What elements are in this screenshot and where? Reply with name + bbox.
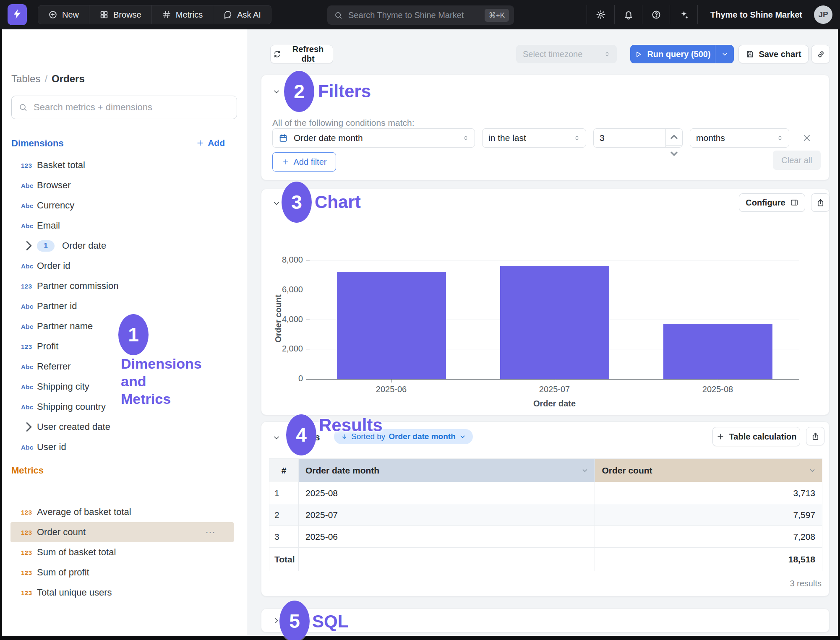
results-count: 3 results bbox=[790, 579, 822, 588]
field-item-user-created-date[interactable]: User created date bbox=[2, 417, 247, 437]
export-chart-button[interactable] bbox=[811, 193, 830, 212]
stepper-down-button[interactable] bbox=[666, 146, 682, 162]
sort-pill[interactable]: Sorted by Order date month bbox=[334, 429, 473, 444]
project-switcher[interactable]: Thyme to Shine Market bbox=[697, 5, 815, 24]
breadcrumb-tables-link[interactable]: Tables bbox=[11, 73, 40, 84]
app-window: New Browse Metrics Ask AI Search Thyme t… bbox=[0, 0, 840, 640]
settings-button[interactable] bbox=[587, 5, 614, 24]
row-dimension-value: 2025-06 bbox=[298, 526, 595, 548]
field-item-sum-of-profit[interactable]: 123Sum of profit bbox=[2, 562, 247, 583]
navbar-item-ask-ai[interactable]: Ask AI bbox=[213, 5, 271, 24]
field-item-user-id[interactable]: AbcUser id bbox=[2, 437, 247, 457]
navbar-item-browse[interactable]: Browse bbox=[89, 5, 152, 24]
filter-operator-select[interactable]: in the last bbox=[482, 128, 586, 148]
field-item-sum-of-basket-total[interactable]: 123Sum of basket total bbox=[2, 542, 247, 562]
bell-icon bbox=[623, 10, 634, 20]
expand-sql-chevron[interactable] bbox=[272, 617, 281, 625]
number-type-icon: 123 bbox=[21, 549, 37, 556]
field-item-order-id[interactable]: AbcOrder id bbox=[2, 256, 247, 276]
field-item-shipping-city[interactable]: AbcShipping city bbox=[2, 377, 247, 397]
field-item-referrer[interactable]: AbcReferrer bbox=[2, 356, 247, 377]
user-avatar[interactable]: JP bbox=[814, 5, 832, 24]
field-item-average-of-basket-total[interactable]: 123Average of basket total bbox=[2, 502, 247, 522]
sparkles-icon bbox=[679, 10, 689, 20]
app-logo[interactable] bbox=[8, 4, 27, 25]
row-index: 2 bbox=[269, 504, 299, 526]
number-type-icon: 123 bbox=[21, 162, 37, 169]
field-item-partner-name[interactable]: AbcPartner name bbox=[2, 316, 247, 336]
save-chart-button[interactable]: Save chart bbox=[738, 45, 809, 63]
navbar-item-new[interactable]: New bbox=[38, 5, 89, 24]
select-chevrons-icon bbox=[462, 134, 470, 142]
metric-column-header[interactable]: Order count bbox=[595, 459, 822, 482]
help-icon bbox=[651, 10, 661, 20]
field-item-basket-total[interactable]: 123Basket total bbox=[2, 155, 247, 175]
run-query-button[interactable]: Run query (500) bbox=[630, 45, 734, 63]
number-type-icon: 123 bbox=[21, 283, 37, 290]
field-item-order-date[interactable]: 1Order date bbox=[2, 236, 247, 256]
add-filter-button[interactable]: Add filter bbox=[272, 152, 336, 172]
share-link-button[interactable] bbox=[811, 45, 830, 63]
timezone-select[interactable]: Select timezone bbox=[516, 45, 617, 63]
row-metric-value: 7,597 bbox=[595, 504, 822, 526]
run-query-dropdown[interactable] bbox=[715, 45, 734, 63]
field-item-partner-id[interactable]: AbcPartner id bbox=[2, 296, 247, 316]
ai-assistant-button[interactable] bbox=[670, 5, 697, 24]
navbar-right-group: Thyme to Shine Market bbox=[587, 5, 815, 24]
configure-chart-button[interactable]: Configure bbox=[739, 193, 805, 212]
table-calculation-button[interactable]: Table calculation bbox=[712, 427, 800, 446]
metrics-section-title: Metrics bbox=[11, 465, 44, 476]
filter-value-input[interactable]: 3 bbox=[593, 128, 683, 148]
plusCircle-icon bbox=[48, 10, 57, 19]
field-item-total-unique-users[interactable]: 123Total unique users bbox=[2, 583, 247, 603]
field-item-order-count[interactable]: 123Order count ⋯ bbox=[10, 522, 234, 542]
field-item-browser[interactable]: AbcBrowser bbox=[2, 175, 247, 195]
collapse-chart-chevron[interactable] bbox=[272, 199, 281, 208]
collapse-results-chevron[interactable] bbox=[272, 434, 281, 442]
number-type-icon: 123 bbox=[21, 343, 37, 350]
field-item-currency[interactable]: AbcCurrency bbox=[2, 195, 247, 216]
search-placeholder: Search Thyme to Shine Market bbox=[348, 10, 485, 20]
active-filter-count-badge: 1 bbox=[37, 240, 55, 252]
save-icon bbox=[746, 50, 754, 58]
string-type-icon: Abc bbox=[21, 303, 37, 310]
table-row[interactable]: 2 2025-07 7,597 bbox=[269, 504, 822, 526]
global-search-input[interactable]: Search Thyme to Shine Market ⌘+K bbox=[327, 5, 514, 25]
dimension-column-header[interactable]: Order date month bbox=[298, 459, 595, 482]
filters-panel: Filters All of the following conditions … bbox=[261, 75, 830, 180]
plus-icon bbox=[716, 432, 725, 441]
chevron-down-icon bbox=[459, 433, 466, 440]
field-item-profit[interactable]: 123Profit bbox=[2, 336, 247, 356]
top-navbar: New Browse Metrics Ask AI Search Thyme t… bbox=[0, 0, 840, 29]
grid-icon bbox=[99, 10, 109, 19]
table-row[interactable]: 1 2025-08 3,713 bbox=[269, 482, 822, 504]
field-item-shipping-country[interactable]: AbcShipping country bbox=[2, 397, 247, 417]
table-row[interactable]: 3 2025-06 7,208 bbox=[269, 526, 822, 548]
chevron-right-icon[interactable] bbox=[21, 419, 37, 435]
help-button[interactable] bbox=[642, 5, 670, 24]
chevron-right-icon[interactable] bbox=[21, 238, 37, 254]
results-table: # Order date month Order count 1 2025-08… bbox=[269, 458, 822, 571]
metrics-list: 123Average of basket total 123Order coun… bbox=[2, 502, 247, 603]
panel-icon bbox=[790, 198, 798, 207]
navbar-item-metrics[interactable]: Metrics bbox=[152, 5, 213, 24]
arrow-down-icon bbox=[341, 433, 348, 440]
fields-search-input[interactable]: Search metrics + dimensions bbox=[11, 96, 237, 119]
field-options-menu[interactable]: ⋯ bbox=[205, 526, 216, 538]
export-icon bbox=[816, 198, 825, 207]
remove-filter-button[interactable] bbox=[802, 133, 812, 143]
stepper-up-button[interactable] bbox=[666, 129, 682, 146]
string-type-icon: Abc bbox=[21, 222, 37, 229]
notifications-button[interactable] bbox=[614, 5, 642, 24]
collapse-filters-chevron[interactable] bbox=[272, 88, 281, 96]
dimensions-section-title: Dimensions bbox=[11, 138, 64, 149]
export-results-button[interactable] bbox=[806, 427, 824, 445]
refresh-dbt-button[interactable]: Refresh dbt bbox=[270, 45, 333, 63]
filter-field-select[interactable]: Order date month bbox=[272, 128, 475, 148]
chart-panel: Chart Configure bbox=[261, 189, 830, 415]
filter-unit-select[interactable]: months bbox=[690, 128, 789, 148]
add-dimension-button[interactable]: Add bbox=[196, 138, 225, 148]
clear-all-filters-button[interactable]: Clear all bbox=[773, 151, 821, 170]
field-item-partner-commission[interactable]: 123Partner commission bbox=[2, 276, 247, 296]
field-item-email[interactable]: AbcEmail bbox=[2, 216, 247, 236]
